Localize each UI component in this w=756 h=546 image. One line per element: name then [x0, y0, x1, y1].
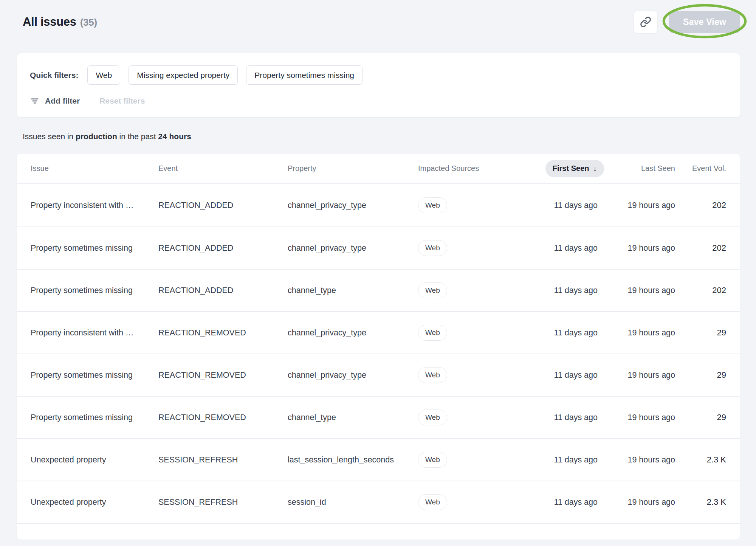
save-view-button[interactable]: Save View [669, 11, 740, 33]
table-row[interactable]: Property inconsistent with …REACTION_REM… [17, 311, 740, 354]
property-cell: channel_privacy_type [288, 371, 418, 380]
event-vol-cell: 2.3 K [707, 455, 726, 465]
event-cell: SESSION_REFRESH [158, 498, 288, 507]
save-view-wrap: Save View [669, 11, 740, 33]
table-row[interactable]: Property inconsistent with …REACTION_ADD… [17, 184, 740, 226]
event-vol-cell: 2.3 K [707, 497, 726, 507]
quick-filter-missing-expected-property[interactable]: Missing expected property [129, 65, 238, 85]
column-header-first-seen[interactable]: First Seen ↓ [545, 160, 598, 177]
source-badge: Web [418, 325, 447, 341]
event-vol-cell: 29 [717, 328, 726, 338]
table-row[interactable]: Property sometimes missingREACTION_ADDED… [17, 269, 740, 311]
event-cell: REACTION_ADDED [158, 244, 288, 253]
property-cell: last_session_length_seconds [288, 455, 418, 465]
issue-count: (35) [80, 17, 97, 28]
last-seen-cell: 19 hours ago [627, 244, 675, 253]
first-seen-cell: 11 days ago [554, 498, 598, 507]
source-badge: Web [418, 240, 447, 256]
event-vol-cell: 202 [712, 200, 726, 210]
property-cell: channel_privacy_type [288, 328, 418, 338]
first-seen-sort-pill[interactable]: First Seen ↓ [545, 160, 604, 177]
first-seen-cell: 11 days ago [554, 371, 598, 380]
source-badge: Web [418, 282, 447, 298]
issue-cell: Property sometimes missing [31, 286, 158, 295]
last-seen-cell: 19 hours ago [627, 498, 675, 507]
reset-filters-button[interactable]: Reset filters [99, 96, 145, 105]
column-header-last-seen[interactable]: Last Seen [641, 164, 675, 173]
impacted-sources-cell: Web [418, 494, 522, 510]
table-row[interactable]: Property sometimes missingREACTION_ADDED… [17, 226, 740, 269]
table-row[interactable]: Unexpected propertySESSION_REFRESHlast_s… [17, 438, 740, 481]
issue-cell: Property inconsistent with … [31, 328, 158, 338]
event-cell: SESSION_REFRESH [158, 455, 288, 465]
impacted-sources-cell: Web [418, 410, 522, 425]
top-bar: All issues(35) Save View [0, 0, 756, 42]
table-row[interactable]: Property sometimes missingREACTION_REMOV… [17, 354, 740, 396]
filters-panel: Quick filters: Web Missing expected prop… [17, 53, 740, 118]
filter-actions-row: Add filter Reset filters [30, 96, 727, 106]
first-seen-cell: 11 days ago [554, 244, 598, 253]
sort-desc-icon: ↓ [593, 164, 597, 173]
impacted-sources-cell: Web [418, 325, 522, 341]
first-seen-cell: 11 days ago [554, 455, 598, 465]
issue-cell: Property inconsistent with … [31, 201, 158, 210]
column-header-issue[interactable]: Issue [31, 164, 158, 173]
property-cell: session_id [288, 498, 418, 507]
issue-cell: Unexpected property [31, 498, 158, 507]
impacted-sources-cell: Web [418, 282, 522, 298]
first-seen-cell: 11 days ago [554, 286, 598, 295]
property-cell: channel_type [288, 286, 418, 295]
copy-link-button[interactable] [634, 11, 658, 34]
table-row[interactable]: Property sometimes missingREACTION_REMOV… [17, 396, 740, 438]
last-seen-cell: 19 hours ago [627, 201, 675, 210]
event-cell: REACTION_REMOVED [158, 328, 288, 338]
page-title: All issues(35) [23, 15, 97, 29]
last-seen-cell: 19 hours ago [627, 455, 675, 465]
impacted-sources-cell: Web [418, 240, 522, 256]
issue-cell: Unexpected property [31, 455, 158, 465]
source-badge: Web [418, 452, 447, 468]
event-cell: REACTION_REMOVED [158, 371, 288, 380]
event-vol-cell: 202 [712, 285, 726, 295]
column-header-impacted-sources[interactable]: Impacted Sources [418, 164, 522, 173]
filter-icon [30, 96, 40, 106]
context-middle: in the past [117, 132, 158, 141]
add-filter-button[interactable]: Add filter [30, 96, 80, 106]
column-header-event[interactable]: Event [158, 164, 288, 173]
issues-table: Issue Event Property Impacted Sources Fi… [17, 153, 740, 540]
table-row[interactable]: Unexpected propertySESSION_REFRESHsessio… [17, 481, 740, 523]
property-cell: channel_privacy_type [288, 244, 418, 253]
column-header-event-vol[interactable]: Event Vol. [692, 164, 726, 173]
add-filter-label: Add filter [45, 96, 80, 105]
quick-filters-row: Quick filters: Web Missing expected prop… [30, 65, 727, 85]
last-seen-cell: 19 hours ago [627, 371, 675, 380]
event-cell: REACTION_ADDED [158, 286, 288, 295]
issues-context-line: Issues seen in production in the past 24… [23, 132, 740, 141]
source-badge: Web [418, 410, 447, 425]
event-vol-cell: 29 [717, 413, 726, 422]
quick-filter-web[interactable]: Web [87, 65, 120, 85]
first-seen-cell: 11 days ago [554, 413, 598, 422]
last-seen-cell: 19 hours ago [627, 328, 675, 338]
topbar-actions: Save View [634, 11, 740, 34]
impacted-sources-cell: Web [418, 197, 522, 213]
event-cell: REACTION_ADDED [158, 201, 288, 210]
first-seen-label: First Seen [553, 164, 589, 173]
context-prefix: Issues seen in [23, 132, 76, 141]
first-seen-cell: 11 days ago [554, 328, 598, 338]
column-header-property[interactable]: Property [288, 164, 418, 173]
source-badge: Web [418, 367, 447, 383]
source-badge: Web [418, 197, 447, 213]
context-range: 24 hours [158, 132, 191, 141]
issue-cell: Property sometimes missing [31, 413, 158, 422]
property-cell: channel_type [288, 413, 418, 422]
issue-cell: Property sometimes missing [31, 371, 158, 380]
event-cell: REACTION_REMOVED [158, 413, 288, 422]
last-seen-cell: 19 hours ago [627, 413, 675, 422]
source-badge: Web [418, 494, 447, 510]
table-header-row: Issue Event Property Impacted Sources Fi… [17, 154, 740, 184]
quick-filters-label: Quick filters: [30, 71, 78, 80]
impacted-sources-cell: Web [418, 452, 522, 468]
table-row-partial[interactable] [17, 523, 740, 540]
quick-filter-property-sometimes-missing[interactable]: Property sometimes missing [246, 65, 363, 85]
